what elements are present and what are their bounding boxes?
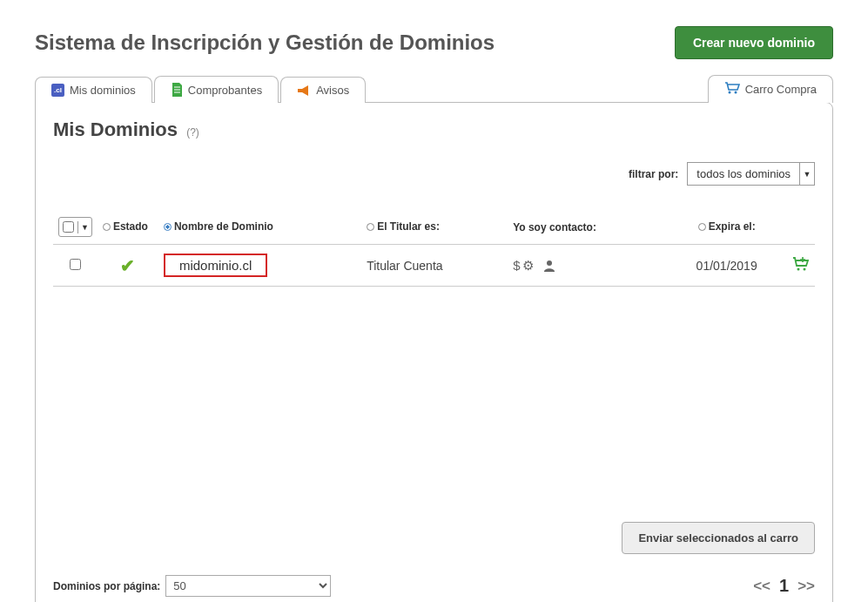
tab-notices[interactable]: Avisos: [280, 77, 366, 103]
col-label: Estado: [113, 220, 148, 233]
col-label: Nombre de Dominio: [174, 220, 273, 233]
page-title: Sistema de Inscripción y Gestión de Domi…: [35, 30, 495, 55]
expires-date: 01/01/2019: [696, 259, 757, 273]
domain-name-link[interactable]: midominio.cl: [164, 254, 267, 277]
filter-select[interactable]: todos los dominios ▼: [687, 162, 815, 186]
add-to-cart-icon[interactable]: [792, 260, 810, 274]
gear-icon: ⚙: [522, 258, 536, 273]
send-to-cart-button[interactable]: Enviar seleccionados al carro: [622, 522, 815, 554]
col-domain[interactable]: Nombre de Dominio: [164, 220, 273, 233]
pager: << 1 >>: [753, 576, 815, 596]
sort-icon: [698, 223, 706, 231]
col-label: El Titular es:: [377, 220, 440, 233]
panel-heading: Mis Dominios: [53, 118, 178, 140]
sort-icon: [367, 223, 374, 231]
tab-cart[interactable]: Carro Compra: [708, 75, 833, 103]
tab-label: Avisos: [316, 84, 349, 97]
tabs: .cl Mis dominios Comprobantes Avisos Car…: [35, 75, 833, 103]
svg-point-0: [728, 91, 730, 94]
svg-point-4: [804, 268, 806, 271]
select-all-checkbox[interactable]: [63, 221, 74, 233]
col-contact: Yo soy contacto:: [513, 221, 596, 233]
tab-my-domains[interactable]: .cl Mis dominios: [35, 77, 152, 103]
contact-icons: $⚙: [513, 258, 555, 273]
domains-table: ▼ Estado Nombre de Dominio: [53, 210, 815, 287]
sort-active-icon: [164, 223, 172, 231]
pager-prev[interactable]: <<: [753, 578, 770, 595]
document-icon: [171, 83, 183, 97]
table-row: ✔ midominio.cl Titular Cuenta $⚙ 01/: [53, 245, 815, 287]
cl-badge-icon: .cl: [51, 84, 64, 97]
billing-icon: $: [513, 258, 522, 273]
col-expires[interactable]: Expira el:: [698, 220, 756, 233]
row-checkbox[interactable]: [70, 259, 81, 270]
person-icon: [536, 258, 555, 273]
tab-label: Comprobantes: [188, 84, 262, 97]
col-label: Expira el:: [709, 220, 756, 233]
per-page-select[interactable]: 50: [165, 575, 331, 597]
megaphone-icon: [297, 85, 311, 97]
tab-label: Mis dominios: [70, 84, 136, 97]
tab-receipts[interactable]: Comprobantes: [154, 76, 279, 103]
filter-selected: todos los dominios: [688, 163, 800, 185]
status-ok-icon: ✔: [120, 256, 135, 275]
cart-icon: [724, 82, 740, 97]
per-page-label: Dominios por página:: [53, 580, 160, 592]
col-holder[interactable]: El Titular es:: [367, 220, 440, 233]
tab-label: Carro Compra: [745, 83, 817, 96]
svg-point-3: [797, 268, 800, 271]
help-link[interactable]: (?): [186, 126, 199, 139]
filter-label: filtrar por:: [629, 168, 678, 180]
holder-name: Titular Cuenta: [367, 259, 442, 273]
chevron-down-icon[interactable]: ▼: [800, 163, 814, 185]
pager-next[interactable]: >>: [797, 578, 815, 595]
svg-point-2: [547, 260, 552, 266]
pager-current: 1: [779, 576, 789, 596]
sort-icon: [103, 223, 111, 231]
svg-point-1: [734, 91, 737, 94]
create-domain-button[interactable]: Crear nuevo dominio: [675, 26, 833, 59]
col-status[interactable]: Estado: [103, 220, 148, 233]
chevron-down-icon[interactable]: ▼: [77, 221, 91, 233]
main-panel: Mis Dominios (?) filtrar por: todos los …: [35, 102, 833, 602]
select-all-combo[interactable]: ▼: [58, 217, 92, 237]
